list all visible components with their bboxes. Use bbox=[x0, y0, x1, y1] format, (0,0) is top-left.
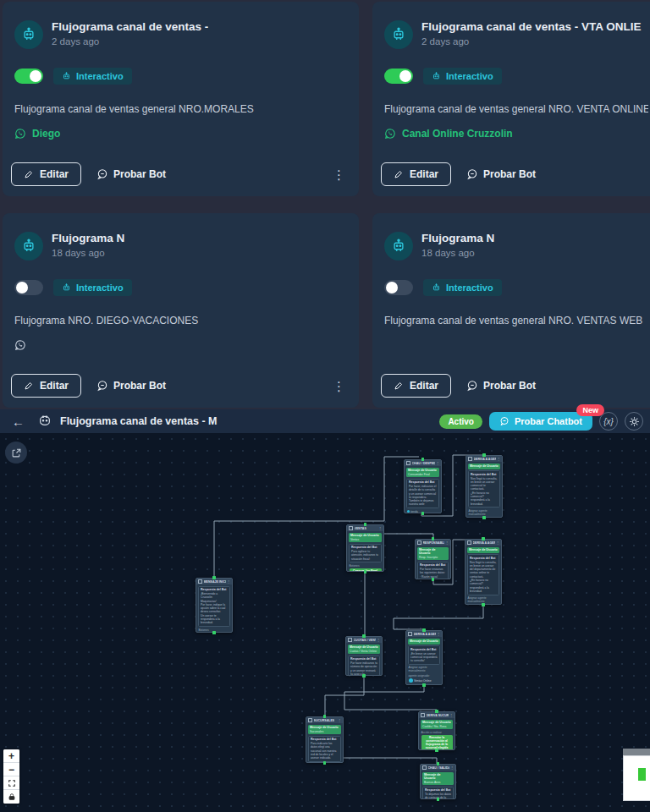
user-message-value: Buenos Aires bbox=[424, 781, 452, 784]
bot-response-section: Respuesta del BotPor favor, indicanos el… bbox=[406, 479, 439, 509]
bot-avatar-icon bbox=[14, 20, 43, 49]
node-handle-bottom[interactable] bbox=[482, 603, 485, 606]
node-header: RESPONSABLE INSCRIPTO⋮ bbox=[416, 540, 450, 546]
edit-button[interactable]: Editar bbox=[11, 162, 81, 186]
pencil-icon bbox=[24, 169, 34, 179]
flow-editor-toolbar: ← Flujograma canal de ventas - M Activo … bbox=[0, 409, 650, 433]
node-handle-bottom[interactable] bbox=[482, 516, 486, 519]
node-handle-top[interactable] bbox=[323, 715, 327, 718]
flow-node[interactable]: RESPONSABLE INSCRIPTO⋮Mensaje de Usuario… bbox=[415, 539, 451, 579]
card-header: Flujograma canal de ventas - 2 days ago bbox=[14, 20, 347, 49]
interactive-toggle[interactable] bbox=[384, 69, 413, 84]
user-message-section: Mensaje de UsuarioCuotas / Venta Online bbox=[348, 645, 380, 655]
settings-button[interactable] bbox=[625, 412, 643, 431]
node-handle-bottom[interactable] bbox=[362, 674, 366, 678]
flow-canvas[interactable]: MENSAJE INICIAL⋮Respuesta del Bot¡Bienve… bbox=[0, 433, 650, 812]
minimap[interactable] bbox=[623, 749, 650, 808]
probar-bot-button[interactable]: Probar Bot bbox=[96, 375, 166, 397]
node-handle-top[interactable] bbox=[212, 576, 216, 579]
lock-button[interactable] bbox=[3, 790, 19, 804]
chat-icon bbox=[499, 416, 510, 426]
zoom-in-button[interactable]: + bbox=[3, 749, 19, 763]
node-header: CHAU / DESPEDIDA FINAL⋮ bbox=[405, 460, 441, 466]
card-menu-button[interactable]: ⋮ bbox=[328, 167, 350, 183]
interactivo-badge: Interactivo bbox=[53, 68, 132, 85]
edit-button[interactable]: Editar bbox=[381, 374, 451, 398]
node-handle-top[interactable] bbox=[437, 762, 440, 765]
node-handle-bottom[interactable] bbox=[323, 761, 327, 765]
node-button[interactable]: Reenviar la conversación al flujograma d… bbox=[421, 735, 453, 750]
probar-bot-button[interactable]: Probar Bot bbox=[96, 163, 166, 185]
user-message-section: Mensaje de Usuario bbox=[408, 639, 440, 645]
interactive-toggle[interactable] bbox=[14, 280, 43, 295]
bot-response-section: Respuesta del BotNos llegó tu consulta, … bbox=[467, 554, 499, 595]
badge-label: Interactivo bbox=[446, 71, 493, 81]
fit-view-button[interactable] bbox=[3, 776, 19, 790]
node-handle-bottom[interactable] bbox=[422, 683, 426, 687]
node-handle-bottom[interactable] bbox=[421, 512, 425, 515]
interactive-toggle[interactable] bbox=[384, 280, 413, 295]
user-message-section: Mensaje de UsuarioSucursales bbox=[308, 725, 341, 735]
card-time: 18 days ago bbox=[52, 248, 124, 258]
flow-node[interactable]: SUCURSALES⋮Mensaje de UsuarioSucursalesR… bbox=[306, 716, 344, 763]
probar-chatbot-button[interactable]: Probar Chatbot New bbox=[489, 412, 592, 431]
node-handle-top[interactable] bbox=[362, 634, 366, 638]
card-header: Flujograma N 18 days ago bbox=[384, 232, 648, 261]
node-handle-bottom[interactable] bbox=[437, 798, 440, 801]
bot-response-section: Respuesta del BotPor favor envianos los … bbox=[417, 562, 449, 580]
export-flow-button[interactable] bbox=[5, 442, 27, 464]
node-menu-icon: ⋮ bbox=[496, 540, 499, 545]
robot-icon bbox=[62, 283, 71, 293]
edit-button[interactable]: Editar bbox=[11, 374, 81, 398]
toggle-knob bbox=[16, 282, 28, 294]
node-handle-top[interactable] bbox=[432, 537, 435, 540]
lock-icon bbox=[8, 793, 16, 801]
back-button[interactable]: ← bbox=[7, 414, 30, 429]
flow-card: Flujograma N 18 days ago Interactivo Flu… bbox=[372, 213, 650, 408]
probar-bot-button[interactable]: Probar Bot bbox=[466, 163, 536, 185]
bot-response-line: Nos llegó tu consulta, en breve un aseso… bbox=[471, 477, 498, 491]
card-menu-button[interactable]: ⋮ bbox=[328, 378, 350, 394]
flow-node[interactable]: DERIVA SUCURSAL⋮Mensaje de UsuarioCasild… bbox=[418, 711, 455, 750]
bot-avatar-icon bbox=[14, 232, 43, 261]
flow-card: Flujograma N 18 days ago Interactivo Flu… bbox=[3, 213, 359, 408]
bot-response-section: Respuesta del BotPara agilizar tu atenci… bbox=[349, 544, 382, 563]
pencil-icon bbox=[24, 381, 34, 391]
node-handle-top[interactable] bbox=[482, 453, 486, 457]
bot-response-line: Un asesor te respondera a la brevedad. bbox=[201, 614, 228, 625]
node-title: RESPONSABLE INSCRIPTO bbox=[423, 541, 444, 545]
flow-node[interactable]: CUOTAS / VENTA ONLINE⋮Mensaje de Usuario… bbox=[345, 636, 383, 676]
bot-response-label: Respuesta del Bot bbox=[409, 480, 437, 485]
node-handle-bottom[interactable] bbox=[432, 578, 435, 581]
channel-row: Canal Online Cruzzolin bbox=[384, 128, 648, 140]
node-handle-bottom[interactable] bbox=[364, 570, 367, 573]
bot-response-line: ¿En horario no comercial? responderá a l… bbox=[471, 491, 498, 506]
zoom-out-button[interactable]: − bbox=[3, 763, 19, 776]
badge-label: Interactivo bbox=[76, 71, 124, 81]
bot-response-line: Nos llegó tu consulta, en breve un aseso… bbox=[470, 561, 497, 579]
flow-node[interactable]: DERIVA A AGENTE DE VENT...⋮Mensaje de Us… bbox=[465, 539, 502, 605]
node-handle-top[interactable] bbox=[421, 458, 425, 461]
node-handle-bottom[interactable] bbox=[435, 749, 438, 752]
node-handle-top[interactable] bbox=[422, 628, 426, 632]
node-handle-top[interactable] bbox=[482, 537, 485, 540]
edit-button[interactable]: Editar bbox=[381, 162, 451, 186]
interactive-toggle[interactable] bbox=[14, 69, 43, 84]
probar-bot-button[interactable]: Probar Bot bbox=[466, 375, 536, 397]
node-handle-bottom[interactable] bbox=[212, 631, 216, 634]
flow-node[interactable]: CHAU / SALIDA⋮Mensaje de UsuarioBuenos A… bbox=[420, 764, 456, 799]
bot-response-line: ¡Bienvenido a Cruzzolin Maquinarias! bbox=[201, 592, 228, 603]
whatsapp-icon bbox=[384, 128, 396, 140]
flow-node[interactable]: MENSAJE INICIAL⋮Respuesta del Bot¡Bienve… bbox=[196, 578, 233, 633]
flow-node[interactable]: DERIVA A AGENTE DE VENTA⋮Mensaje de Usua… bbox=[405, 630, 443, 685]
flow-node[interactable]: VENTAS⋮Mensaje de UsuarioVentasRespuesta… bbox=[346, 524, 384, 572]
bot-response-label: Respuesta del Bot bbox=[425, 788, 451, 793]
user-message-label: Mensaje de Usuario bbox=[410, 639, 438, 643]
robot-icon bbox=[432, 72, 441, 81]
flow-node[interactable]: CHAU / DESPEDIDA FINAL⋮Mensaje de Usuari… bbox=[404, 459, 442, 513]
node-handle-top[interactable] bbox=[435, 710, 438, 713]
user-message-section: Mensaje de UsuarioBuenos Aires bbox=[422, 772, 454, 786]
node-title: DERIVA A AGENTE DE VENT... bbox=[474, 458, 496, 461]
node-handle-top[interactable] bbox=[364, 523, 367, 526]
flow-node[interactable]: DERIVA A AGENTE DE VENT...⋮Mensaje de Us… bbox=[465, 455, 503, 518]
